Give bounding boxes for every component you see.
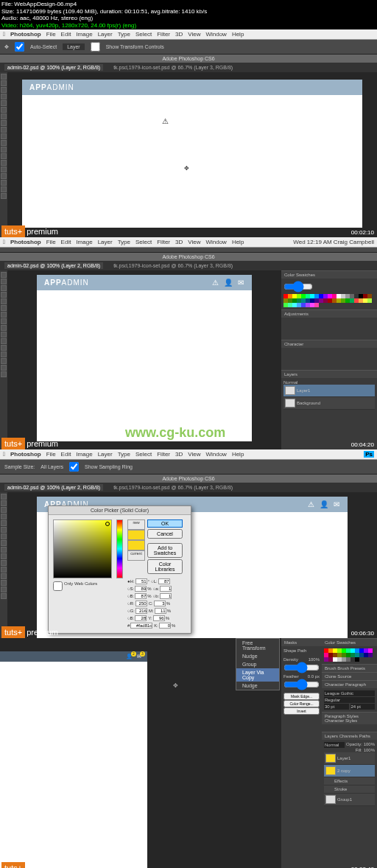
stamp-tool[interactable] xyxy=(1,120,7,126)
swatches-tab-4[interactable]: Swatches xyxy=(337,640,356,645)
layer-row[interactable]: 2 copy xyxy=(324,765,375,777)
size-field[interactable]: 30 pt xyxy=(324,704,349,710)
show-sampling-check[interactable] xyxy=(69,462,79,472)
tab-2[interactable]: tk.psd,1979-icon-set.psd @ 66.7% (Layer … xyxy=(110,64,236,71)
y-field[interactable] xyxy=(153,615,165,621)
menu-window[interactable]: Window xyxy=(205,31,226,38)
dodge-tool[interactable] xyxy=(1,153,7,159)
m-field[interactable] xyxy=(155,608,166,614)
channels-tab[interactable]: Channels xyxy=(339,734,358,738)
feather-slider[interactable] xyxy=(283,679,320,690)
web-colors-check[interactable] xyxy=(53,581,63,591)
marquee-tool[interactable] xyxy=(1,80,7,86)
masks-panel[interactable]: Masks Shape Path Density 100% Feather 0.… xyxy=(281,638,322,868)
b3-field[interactable] xyxy=(135,615,147,621)
menu-3d[interactable]: 3D xyxy=(175,31,183,38)
panels-2[interactable]: Color Swatches Adjustments Character Lay… xyxy=(281,270,377,449)
menu-help[interactable]: Help xyxy=(232,31,244,38)
auto-select-check[interactable] xyxy=(15,42,24,52)
clock[interactable]: Wed 12:19 AM Craig Campbell xyxy=(293,239,374,245)
layers-tab-4[interactable]: Layers xyxy=(325,734,338,738)
layer-row[interactable]: Layer1 xyxy=(324,752,375,765)
layers-tab[interactable]: Layers xyxy=(284,372,297,377)
menubar[interactable]:  Photoshop File Edit Image Layer Type S… xyxy=(0,29,377,40)
eyedrop-tool[interactable] xyxy=(1,107,7,113)
color-tab[interactable]: Color xyxy=(284,273,295,277)
blend-mode-4[interactable]: Normal xyxy=(324,742,345,748)
c-field[interactable] xyxy=(154,601,166,606)
gradient-tool[interactable] xyxy=(1,140,7,146)
lasso-tool[interactable] xyxy=(1,87,7,93)
h-field[interactable] xyxy=(135,578,147,584)
paths-tab[interactable]: Paths xyxy=(359,734,370,738)
shape-tool[interactable] xyxy=(1,180,7,186)
menu-select[interactable]: Select xyxy=(135,31,152,38)
hue-slider[interactable] xyxy=(116,519,123,578)
canvas-area-3[interactable]: APPADMIN ⚠ 👤 ✉ Color Picker (Solid Color… xyxy=(7,492,377,647)
libraries-button[interactable]: Color Libraries xyxy=(147,559,183,574)
layer-fx[interactable]: Effects xyxy=(324,777,375,785)
ctx-nudge2[interactable]: Nudge xyxy=(236,682,279,690)
all-layers-label[interactable]: All Layers xyxy=(40,464,63,469)
wand-tool[interactable] xyxy=(1,94,7,99)
tool-panel-3[interactable] xyxy=(0,492,7,647)
menu-layer[interactable]: Layer xyxy=(98,31,113,38)
eraser-tool[interactable] xyxy=(1,133,7,139)
k-field[interactable] xyxy=(159,623,171,629)
menu-app[interactable]: Photoshop xyxy=(10,31,41,38)
a-field[interactable] xyxy=(160,586,172,592)
pen-tool[interactable] xyxy=(1,160,7,166)
menubar-3[interactable]:  Photoshop FileEdit ImageLayer TypeSele… xyxy=(0,449,377,460)
font-select[interactable]: League Gothic xyxy=(324,690,375,696)
b2-field[interactable] xyxy=(160,593,172,599)
canvas-area-2[interactable]: APPADMIN ⚠ 👤 ✉ xyxy=(7,270,281,449)
clone-tab[interactable]: Clone Source xyxy=(322,672,377,680)
ps-icon[interactable]: Ps xyxy=(364,451,374,458)
tool-panel-2[interactable] xyxy=(0,270,7,449)
layer-row[interactable]: Layer1 xyxy=(283,385,375,397)
swatches-grid-4[interactable] xyxy=(322,646,377,664)
menu-type[interactable]: Type xyxy=(118,31,130,38)
hand-tool[interactable] xyxy=(1,186,7,192)
move-tool[interactable] xyxy=(1,74,7,80)
layer-stroke[interactable]: Stroke xyxy=(324,785,375,794)
crop-tool[interactable] xyxy=(1,100,7,106)
cancel-button[interactable]: Cancel xyxy=(147,529,183,539)
brush-tab[interactable]: Brush xyxy=(325,666,337,671)
ctx-group[interactable]: Group xyxy=(236,660,279,668)
ctx-nudge[interactable]: Nudge xyxy=(236,652,279,660)
lead-field[interactable]: 24 pt xyxy=(350,704,376,710)
b-field[interactable] xyxy=(135,593,147,599)
type-tool[interactable] xyxy=(1,167,7,172)
color-tab-4[interactable]: Color xyxy=(325,640,335,645)
color-field[interactable] xyxy=(53,519,112,578)
apple-icon[interactable]:  xyxy=(3,451,5,458)
style-select[interactable]: Regular xyxy=(324,697,375,703)
brush-tool[interactable] xyxy=(1,113,7,119)
color-range-button[interactable]: Color Range... xyxy=(283,700,320,707)
apple-icon[interactable]:  xyxy=(3,239,5,245)
options-bar[interactable]: ✥ Auto-Select Layer Show Transform Contr… xyxy=(0,40,377,55)
mask-edge-button[interactable]: Mask Edge... xyxy=(283,693,320,700)
swatches-tab[interactable]: Swatches xyxy=(296,273,315,277)
opacity-field[interactable]: Opacity: 100% xyxy=(346,742,375,748)
hex-field[interactable] xyxy=(130,623,152,629)
add-swatch-button[interactable]: Add to Swatches xyxy=(147,543,183,558)
menu-file[interactable]: File xyxy=(46,31,56,38)
tool-panel[interactable] xyxy=(0,72,7,242)
zoom-tool[interactable] xyxy=(1,193,7,199)
r-slider[interactable] xyxy=(283,281,313,293)
char-tab[interactable]: Character xyxy=(284,342,303,346)
doc-tabs[interactable]: admin-02.psd @ 100% (Layer 2, RGB/8) tk.… xyxy=(0,63,377,72)
ctx-transform[interactable]: Free Transform xyxy=(236,639,279,652)
show-transform-check[interactable] xyxy=(91,42,100,52)
blur-tool[interactable] xyxy=(1,147,7,153)
layer-row[interactable]: Group1 xyxy=(324,794,375,806)
presets-tab[interactable]: Brush Presets xyxy=(337,666,365,671)
doc-tabs-2[interactable]: admin-02.psd @ 100% (Layer 2, RGB/8) tk.… xyxy=(0,261,377,270)
ctx-layercopy[interactable]: Layer Via Copy xyxy=(236,668,279,682)
cstyles-tab[interactable]: Character Styles xyxy=(325,718,357,723)
path-tool[interactable] xyxy=(1,173,7,179)
color-picker-dialog[interactable]: Color Picker (Solid Color) Only Web Colo… xyxy=(48,505,191,634)
para-tab[interactable]: Paragraph xyxy=(345,682,366,687)
